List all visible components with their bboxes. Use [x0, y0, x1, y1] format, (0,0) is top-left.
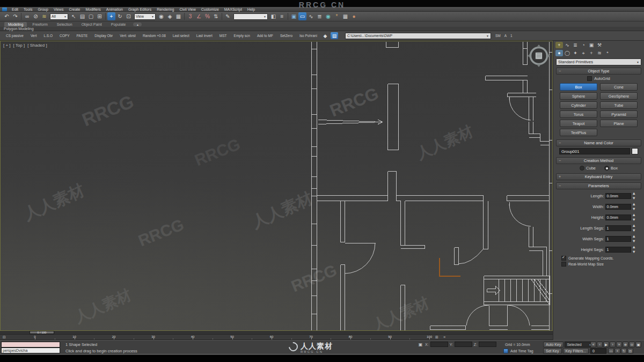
- tab-freeform[interactable]: Freeform: [28, 22, 51, 27]
- script-button-iso-pohrani[interactable]: Iso Pohrani: [297, 33, 320, 39]
- script-button-mst[interactable]: MST: [217, 33, 230, 39]
- scripts-label-sm[interactable]: SM: [495, 34, 501, 38]
- spinner-up-icon[interactable]: ▲: [632, 234, 636, 239]
- spinner-control[interactable]: ▲▼: [632, 212, 636, 222]
- object-color-swatch[interactable]: [632, 148, 638, 154]
- spinner-control[interactable]: ▲▼: [632, 202, 636, 211]
- material-editor-icon[interactable]: ◉: [324, 12, 332, 20]
- set-key-button[interactable]: Set Key: [543, 348, 562, 354]
- lights-category-icon[interactable]: ✦: [572, 50, 579, 56]
- script-button-cs-passive[interactable]: CS passive: [3, 33, 26, 39]
- rollout-header-creation-method[interactable]: − Creation Method: [556, 157, 641, 164]
- radio-box[interactable]: Box: [604, 166, 618, 171]
- curve-editor-icon[interactable]: ∿: [307, 12, 315, 20]
- param-field-height-segs-[interactable]: 1: [605, 247, 631, 253]
- cylinder-button[interactable]: Cylinder: [560, 101, 597, 109]
- rollout-header-object-type[interactable]: − Object Type: [556, 68, 641, 75]
- zoom-extents-all-icon[interactable]: ▣: [635, 342, 641, 348]
- hierarchy-tab-icon[interactable]: ≣: [572, 42, 579, 48]
- select-rotate-icon[interactable]: ↻: [116, 12, 124, 20]
- file-path-dropdown[interactable]: C:\Users\...\Documents\DWP▼: [345, 33, 491, 39]
- param-field-length-segs-[interactable]: 1: [605, 225, 631, 231]
- menu-item-rendering[interactable]: Rendering: [154, 8, 177, 11]
- x-coordinate-field[interactable]: [430, 342, 448, 347]
- rollout-header-parameters[interactable]: − Parameters: [556, 182, 641, 189]
- selection-filter-dropdown[interactable]: All▼: [50, 13, 68, 20]
- menu-item-views[interactable]: Views: [51, 8, 67, 11]
- next-frame-button[interactable]: ›: [610, 342, 616, 348]
- track-bar[interactable]: ⊟ 0102030405060708090100⊞≡: [0, 335, 553, 340]
- layer-manager-icon[interactable]: ▣: [290, 12, 298, 20]
- go-start-button[interactable]: «: [590, 342, 596, 348]
- viewport-menu-general[interactable]: [ + ]: [3, 43, 11, 48]
- spacewarps-category-icon[interactable]: ≋: [596, 50, 603, 56]
- document-icon[interactable]: ▤: [331, 32, 338, 39]
- select-move-icon[interactable]: +: [107, 12, 115, 20]
- menu-item-maxscript[interactable]: MAXScript: [222, 8, 245, 11]
- maximize-viewport-icon[interactable]: ⊡: [627, 348, 633, 354]
- key-selection-dropdown[interactable]: Selected▼: [565, 342, 594, 348]
- z-coordinate-field[interactable]: [479, 342, 496, 347]
- script-button-last-select[interactable]: Last select: [170, 33, 192, 39]
- shapes-category-icon[interactable]: ◯: [564, 50, 571, 56]
- render-production-icon[interactable]: ●: [350, 12, 358, 20]
- script-button-setzero[interactable]: SetZero: [277, 33, 295, 39]
- add-time-tag[interactable]: Add Time Tag: [503, 349, 533, 353]
- ribbon-minimize-toggle[interactable]: ▲: [133, 23, 142, 26]
- bind-spacewarp-icon[interactable]: ≋: [40, 12, 48, 20]
- menu-item-create[interactable]: Create: [66, 8, 83, 11]
- spinner-control[interactable]: ▲▼: [632, 245, 636, 254]
- spinner-control[interactable]: ▲▼: [632, 234, 636, 243]
- zoom-icon[interactable]: ⊕: [623, 342, 628, 348]
- tube-button[interactable]: Tube: [600, 101, 638, 109]
- plane-button[interactable]: Plane: [600, 120, 638, 127]
- redo-icon[interactable]: ↷: [11, 12, 19, 20]
- play-button[interactable]: ▶: [603, 342, 609, 348]
- rendered-frame-icon[interactable]: ▦: [341, 12, 349, 20]
- select-by-name-icon[interactable]: ▤: [78, 12, 86, 20]
- sphere-button[interactable]: Sphere: [560, 92, 597, 100]
- textplus-button[interactable]: TextPlus: [560, 129, 597, 136]
- param-field-width-[interactable]: 0.0mm: [605, 204, 631, 210]
- menu-item-customize[interactable]: Customize: [199, 8, 222, 11]
- time-slider[interactable]: 0 / 100: [0, 331, 553, 335]
- tab-selection[interactable]: Selection: [53, 22, 76, 27]
- named-selection-dropdown[interactable]: ▼: [233, 13, 268, 20]
- pyramid-button[interactable]: Pyramid: [600, 110, 638, 118]
- radio-cube[interactable]: Cube: [580, 166, 596, 171]
- time-slider-handle[interactable]: 0 / 100: [30, 331, 54, 334]
- spinner-up-icon[interactable]: ▲: [632, 223, 636, 228]
- snap-toggle-icon[interactable]: 3: [186, 12, 194, 20]
- window-crossing-icon[interactable]: ⊞: [96, 12, 104, 20]
- modify-tab-icon[interactable]: ∿: [564, 42, 571, 48]
- key-filters-button[interactable]: Key Filters...: [563, 348, 589, 354]
- script-button-random-0-08[interactable]: Random +0.08: [140, 33, 169, 39]
- rect-selection-region-icon[interactable]: ▢: [87, 12, 95, 20]
- app-logo-icon[interactable]: [2, 8, 7, 11]
- param-field-width-segs-[interactable]: 1: [605, 236, 631, 242]
- box-button[interactable]: Box: [560, 83, 597, 91]
- auto-key-button[interactable]: Auto Key: [543, 342, 564, 348]
- rollout-header-keyboard-entry[interactable]: + Keyboard Entry: [556, 173, 641, 180]
- viewport-menu-view[interactable]: [ Top ]: [13, 43, 25, 48]
- spinner-snap-icon[interactable]: ⇅: [212, 12, 220, 20]
- maxscript-listener-output[interactable]: perspesDvicha: [1, 348, 60, 353]
- view-navigation-gizmo[interactable]: [528, 45, 550, 67]
- reference-coordinate-dropdown[interactable]: View▼: [134, 13, 156, 20]
- angle-snap-icon[interactable]: ∠: [195, 12, 203, 20]
- spinner-down-icon[interactable]: ▼: [632, 217, 636, 222]
- spinner-up-icon[interactable]: ▲: [632, 245, 636, 249]
- script-button-last-invert[interactable]: Last invert: [194, 33, 215, 39]
- align-icon[interactable]: ≡: [278, 12, 286, 20]
- scripts-label-1[interactable]: 1: [510, 34, 513, 38]
- spinner-up-icon[interactable]: ▲: [632, 202, 636, 206]
- zoom-region-icon[interactable]: ▭: [608, 348, 614, 354]
- hand-tool-icon[interactable]: ◆: [321, 32, 329, 39]
- unlink-icon[interactable]: ⊘: [32, 12, 40, 20]
- edit-named-selections-icon[interactable]: ✎: [224, 12, 232, 20]
- spinner-down-icon[interactable]: ▼: [632, 239, 636, 243]
- select-object-icon[interactable]: ↖: [70, 12, 78, 20]
- cameras-category-icon[interactable]: ⌖: [580, 50, 587, 56]
- motion-tab-icon[interactable]: ◔: [580, 42, 587, 48]
- utilities-tab-icon[interactable]: ⚒: [596, 42, 603, 48]
